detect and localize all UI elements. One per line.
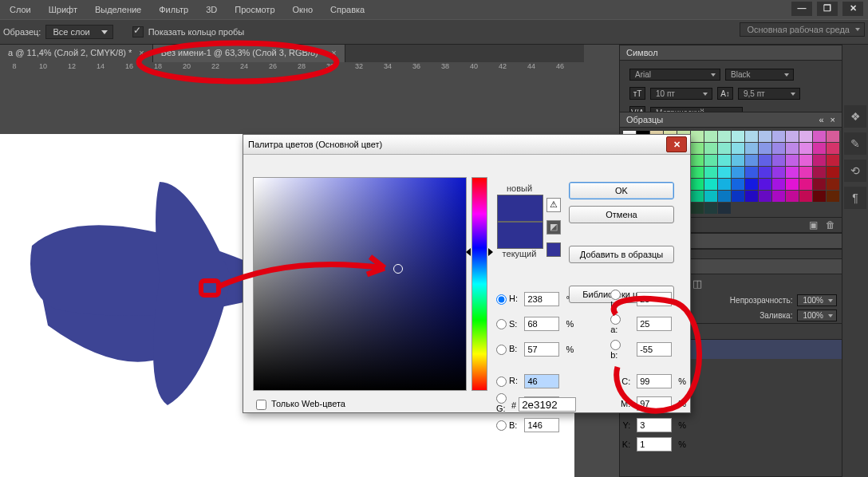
swatch[interactable] — [745, 167, 758, 178]
swatch[interactable] — [759, 167, 771, 178]
hue-slider[interactable] — [471, 177, 487, 391]
menu-select[interactable]: Выделение — [95, 5, 141, 14]
swatch[interactable] — [759, 191, 771, 202]
doc-tab-2-close-icon[interactable]: × — [331, 48, 336, 57]
swatch[interactable] — [691, 131, 704, 142]
swatch[interactable] — [813, 179, 826, 190]
color-picker-close-button[interactable]: ✕ — [666, 136, 687, 152]
swatch[interactable] — [772, 167, 785, 178]
swatch[interactable] — [732, 191, 744, 202]
font-style-dropdown[interactable]: Black — [725, 69, 794, 81]
input-y[interactable] — [637, 418, 672, 432]
panel-icon-4[interactable]: ¶ — [844, 187, 866, 209]
radio-g[interactable] — [496, 393, 507, 404]
swatch[interactable] — [786, 131, 799, 142]
radio-h[interactable] — [496, 294, 507, 305]
ok-button[interactable]: OK — [569, 182, 674, 199]
swatch[interactable] — [732, 155, 744, 166]
swatch[interactable] — [786, 179, 799, 190]
swatch[interactable] — [691, 179, 704, 190]
swatch[interactable] — [772, 155, 785, 166]
menu-type[interactable]: Шрифт — [49, 5, 77, 14]
swatch[interactable] — [732, 167, 744, 178]
swatch[interactable] — [786, 167, 799, 178]
swatch[interactable] — [718, 203, 731, 214]
swatch[interactable] — [786, 191, 799, 202]
radio-r[interactable] — [496, 376, 507, 387]
swatch[interactable] — [772, 191, 785, 202]
swatch[interactable] — [813, 191, 826, 202]
input-c[interactable] — [637, 374, 672, 388]
radio-b[interactable] — [496, 420, 507, 431]
menu-layers[interactable]: Слои — [10, 5, 31, 14]
swatch[interactable] — [718, 143, 731, 154]
input-h[interactable] — [524, 292, 559, 306]
swatch[interactable] — [799, 179, 812, 190]
add-to-swatches-button[interactable]: Добавить в образцы — [569, 246, 674, 263]
new-swatch-icon[interactable]: ▣ — [809, 219, 818, 231]
doc-tab-1[interactable]: а @ 11,4% (Слой 2, CMYK/8) * × — [0, 45, 153, 62]
swatches-close-icon[interactable]: × — [831, 115, 835, 124]
swatch[interactable] — [704, 179, 717, 190]
font-family-dropdown[interactable]: Arial — [629, 69, 720, 81]
radio-l[interactable] — [610, 290, 621, 300]
close-button[interactable]: ✕ — [842, 2, 863, 16]
panel-icon-1[interactable]: ❖ — [844, 105, 866, 128]
swatch[interactable] — [704, 131, 717, 142]
swatch[interactable] — [827, 155, 839, 166]
menu-filter[interactable]: Фильтр — [159, 5, 188, 14]
input-r[interactable] — [524, 374, 559, 388]
swatch[interactable] — [745, 143, 758, 154]
swatch[interactable] — [745, 155, 758, 166]
sb-cursor[interactable] — [393, 264, 403, 274]
swatch[interactable] — [827, 179, 839, 190]
input-bb[interactable] — [524, 342, 559, 357]
panel-icon-2[interactable]: ✎ — [844, 132, 866, 155]
swatch[interactable] — [704, 155, 717, 166]
swatch[interactable] — [691, 167, 704, 178]
minimize-button[interactable]: — — [791, 2, 812, 16]
swatches-panel-header[interactable]: Образцы « × — [620, 112, 842, 128]
swatch[interactable] — [732, 143, 744, 154]
swatch[interactable] — [813, 143, 826, 154]
swatch[interactable] — [799, 131, 812, 142]
radio-s[interactable] — [496, 319, 507, 329]
nearest-web-swatch[interactable] — [546, 242, 561, 257]
panel-icon-3[interactable]: ⟲ — [844, 160, 866, 182]
cube-icon[interactable]: ◩ — [546, 220, 561, 235]
maximize-button[interactable]: ❐ — [817, 2, 838, 16]
swatch[interactable] — [718, 167, 731, 178]
swatches-expand-icon[interactable]: « — [819, 115, 823, 124]
swatch[interactable] — [745, 179, 758, 190]
swatch[interactable] — [799, 167, 812, 178]
filter-smart-icon[interactable]: ◫ — [692, 278, 702, 290]
swatch[interactable] — [704, 203, 717, 214]
swatch[interactable] — [813, 131, 826, 142]
swatch[interactable] — [691, 191, 704, 202]
show-ring-checkbox[interactable] — [132, 26, 144, 37]
swatch[interactable] — [745, 191, 758, 202]
doc-tab-2[interactable]: Без имени-1 @ 63,3% (Слой 3, RGB/8) * × — [153, 45, 345, 62]
swatch[interactable] — [786, 155, 799, 166]
swatch[interactable] — [827, 131, 839, 142]
input-s[interactable] — [524, 317, 559, 331]
swatch[interactable] — [827, 167, 839, 178]
cancel-button[interactable]: Отмена — [569, 206, 674, 223]
swatch[interactable] — [732, 179, 744, 190]
only-web-checkbox[interactable] — [256, 400, 266, 410]
fill-value[interactable]: 100% — [797, 309, 837, 321]
swatch[interactable] — [704, 191, 717, 202]
input-b[interactable] — [524, 418, 559, 432]
delete-swatch-icon[interactable]: 🗑 — [826, 219, 835, 231]
swatch[interactable] — [799, 143, 812, 154]
swatch[interactable] — [759, 131, 771, 142]
input-a[interactable] — [637, 317, 672, 331]
swatch[interactable] — [691, 155, 704, 166]
opacity-value[interactable]: 100% — [797, 294, 837, 306]
menu-view[interactable]: Просмотр — [235, 5, 274, 14]
input-l[interactable] — [637, 292, 672, 306]
swatch[interactable] — [827, 143, 839, 154]
swatch[interactable] — [772, 143, 785, 154]
swatch[interactable] — [813, 155, 826, 166]
swatch[interactable] — [732, 131, 744, 142]
